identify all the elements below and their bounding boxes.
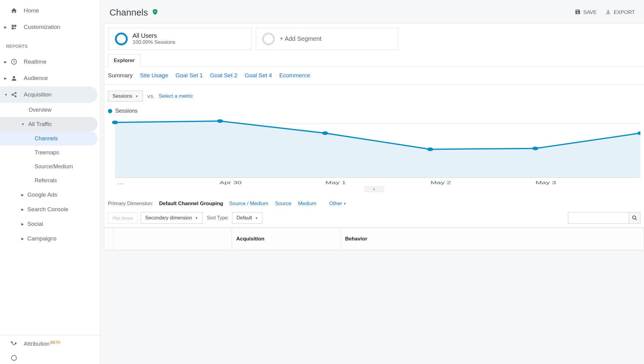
home-icon — [10, 7, 18, 14]
nav-realtime-label: Realtime — [24, 58, 47, 65]
subnav-overview[interactable]: Overview — [0, 103, 100, 117]
subnav-all-traffic[interactable]: ▼ All Traffic — [0, 117, 98, 131]
export-label: EXPORT — [614, 9, 635, 16]
subnav-referrals[interactable]: Referrals — [0, 173, 100, 187]
caret-down-icon: ▼ — [255, 216, 258, 220]
subnav-google-ads-label: Google Ads — [27, 191, 57, 198]
caret-right-icon: ▶ — [4, 76, 9, 80]
main-content: Channels SAVE EXPORT — [100, 0, 644, 364]
subnav-search-console-label: Search Console — [27, 206, 68, 213]
table-search-button[interactable] — [629, 212, 640, 224]
segment-all-users[interactable]: All Users 100.00% Sessions — [109, 28, 251, 50]
dimension-link-source-medium[interactable]: Source / Medium — [229, 201, 268, 206]
svg-text:…: … — [117, 180, 125, 185]
caret-down-icon: ▼ — [135, 95, 138, 98]
svg-point-27 — [632, 216, 636, 219]
subnav-social[interactable]: ▶ Social — [0, 217, 100, 231]
dimension-link-source[interactable]: Source — [275, 201, 291, 206]
caret-down-icon: ▼ — [195, 216, 198, 220]
caret-right-icon: ▶ — [4, 25, 9, 29]
attribution-icon — [10, 340, 18, 347]
nav-home[interactable]: Home — [0, 2, 100, 19]
secondary-dimension-dropdown[interactable]: Secondary dimension ▼ — [141, 212, 203, 224]
add-segment-button[interactable]: + Add Segment — [256, 28, 399, 50]
chart-resize-handle[interactable]: ▼ — [365, 187, 384, 192]
reports-section-label: REPORTS — [0, 35, 100, 54]
nav-attribution[interactable]: AttributionBETA — [0, 335, 100, 352]
nav-realtime[interactable]: ▶ Realtime — [0, 54, 100, 70]
subnav-treemaps[interactable]: Treemaps — [0, 145, 100, 159]
subnav-campaigns[interactable]: ▶ Campaigns — [0, 231, 100, 246]
dimension-other-label: Other — [329, 201, 342, 207]
tab-explorer[interactable]: Explorer — [108, 54, 140, 67]
secondary-dimension-label: Secondary dimension — [145, 215, 192, 221]
subnav-social-label: Social — [27, 221, 43, 227]
nav-home-label: Home — [24, 7, 39, 14]
nav-acquisition-label: Acquisition — [24, 91, 52, 98]
subtab-goal-set-4[interactable]: Goal Set 4 — [245, 72, 272, 79]
subtab-ecommerce[interactable]: Ecommerce — [279, 72, 310, 79]
nav-customization-label: Customization — [24, 24, 60, 30]
svg-point-4 — [13, 76, 15, 78]
dimension-other-dropdown[interactable]: Other ▼ — [329, 201, 346, 207]
legend-dot-icon — [108, 109, 112, 113]
svg-point-9 — [11, 342, 12, 343]
nav-customization[interactable]: ▶ Customization — [0, 19, 100, 35]
svg-point-18 — [322, 131, 328, 135]
subtab-summary[interactable]: Summary — [108, 72, 133, 79]
select-metric-link[interactable]: Select a metric — [159, 93, 193, 99]
nav-acquisition[interactable]: ▼ Acquisition — [0, 86, 98, 103]
svg-text:May 2: May 2 — [431, 180, 451, 185]
table-search-input[interactable] — [568, 212, 629, 224]
dimension-active[interactable]: Default Channel Grouping — [159, 201, 223, 207]
sidebar: Home ▶ Customization REPORTS ▶ Realtime … — [0, 0, 100, 364]
share-icon — [10, 91, 18, 98]
svg-point-19 — [427, 147, 433, 151]
nav-audience[interactable]: ▶ Audience — [0, 70, 100, 86]
metric-primary-dropdown[interactable]: Sessions ▼ — [108, 91, 143, 102]
download-icon — [605, 9, 611, 16]
sort-type-dropdown[interactable]: Default ▼ — [232, 212, 263, 224]
subtab-goal-set-2[interactable]: Goal Set 2 — [210, 72, 237, 79]
nav-discover[interactable] — [0, 352, 100, 364]
subtab-site-usage[interactable]: Site Usage — [140, 72, 168, 79]
primary-dimension-label: Primary Dimension: — [108, 201, 153, 207]
subnav-channels[interactable]: Channels — [0, 131, 98, 145]
save-label: SAVE — [583, 9, 597, 16]
svg-text:Apr 30: Apr 30 — [220, 180, 242, 185]
save-button[interactable]: SAVE — [575, 9, 597, 16]
chart-legend-label: Sessions — [115, 108, 137, 114]
th-acquisition: Acquisition — [232, 228, 341, 250]
add-segment-label: + Add Segment — [280, 35, 321, 42]
th-behavior: Behavior — [341, 228, 644, 250]
caret-down-icon: ▼ — [21, 122, 25, 126]
subnav-google-ads[interactable]: ▶ Google Ads — [0, 187, 100, 202]
discover-icon — [10, 354, 18, 362]
nav-attribution-label: AttributionBETA — [24, 340, 61, 347]
dimension-link-medium[interactable]: Medium — [298, 201, 316, 206]
svg-point-6 — [15, 92, 17, 94]
export-button[interactable]: EXPORT — [605, 9, 635, 16]
sort-type-value: Default — [237, 215, 252, 221]
subnav-campaigns-label: Campaigns — [27, 235, 57, 242]
caret-right-icon: ▶ — [21, 208, 24, 212]
svg-point-10 — [12, 355, 17, 361]
svg-rect-1 — [14, 25, 16, 27]
th-dimension — [113, 228, 232, 250]
segment-circle-icon — [115, 33, 128, 45]
shield-check-icon — [152, 9, 158, 16]
sort-type-label: Sort Type: — [207, 215, 229, 221]
svg-point-5 — [12, 94, 13, 96]
page-title: Channels — [109, 7, 148, 18]
sessions-chart: 100200…Apr 30May 1May 2May 3 — [108, 117, 640, 187]
caret-right-icon: ▶ — [21, 237, 24, 241]
subtab-goal-set-1[interactable]: Goal Set 1 — [175, 72, 203, 79]
subnav-search-console[interactable]: ▶ Search Console — [0, 202, 100, 217]
subnav-all-traffic-label: All Traffic — [28, 121, 52, 128]
svg-point-7 — [15, 96, 17, 97]
nav-audience-label: Audience — [24, 75, 48, 82]
caret-right-icon: ▶ — [21, 222, 24, 226]
svg-text:May 1: May 1 — [325, 180, 346, 185]
subnav-source-medium[interactable]: Source/Medium — [0, 159, 100, 173]
th-checkbox — [104, 228, 113, 250]
